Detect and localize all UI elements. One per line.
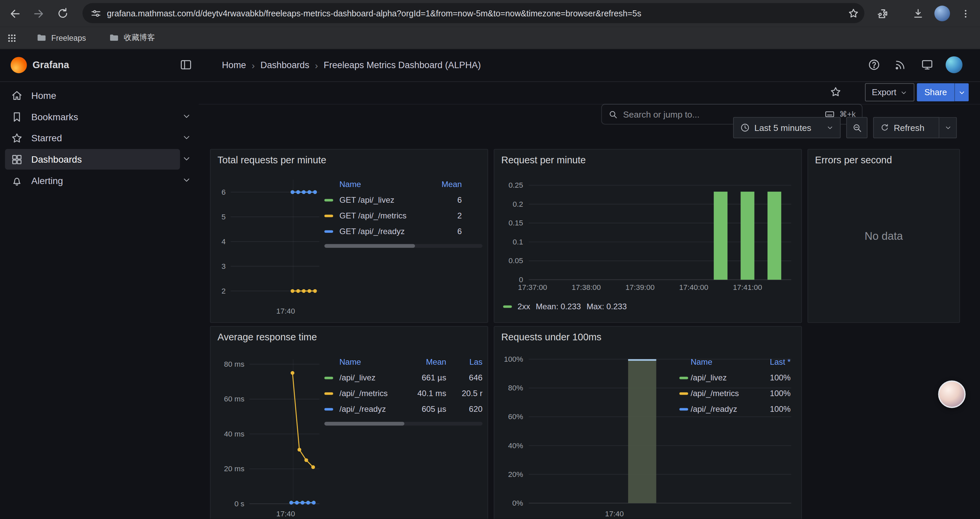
panel-title[interactable]: Request per minute bbox=[501, 155, 586, 166]
svg-text:17:40: 17:40 bbox=[276, 509, 295, 518]
series-mean: 2 bbox=[418, 211, 462, 220]
legend-col-last[interactable]: Last * bbox=[753, 357, 791, 366]
legend-total-requests: Name Mean GET /api/_livez 6 GET /api/_/m… bbox=[324, 176, 482, 248]
svg-text:17:41:00: 17:41:00 bbox=[733, 283, 762, 292]
svg-text:40%: 40% bbox=[508, 442, 523, 450]
legend-scrollbar[interactable] bbox=[324, 244, 482, 248]
series-last: 20.5 r bbox=[446, 389, 483, 398]
legend-row[interactable]: GET /api/_livez 6 bbox=[324, 192, 482, 208]
reload-button[interactable] bbox=[51, 0, 75, 27]
bookmark-page-button[interactable] bbox=[842, 7, 864, 19]
sidebar-expand-starred[interactable] bbox=[182, 133, 192, 143]
panel-average-response-time: Average response time 0 s20 ms40 ms60 ms… bbox=[210, 326, 488, 519]
browser-menu-button[interactable] bbox=[954, 0, 977, 27]
sidebar-expand-bookmarks[interactable] bbox=[182, 112, 192, 121]
legend-row[interactable]: /api/_/readyz 605 µs 620 bbox=[324, 401, 482, 417]
sidebar-item-alerting[interactable]: Alerting bbox=[5, 170, 180, 191]
svg-text:0: 0 bbox=[519, 276, 523, 284]
downloads-button[interactable] bbox=[906, 0, 930, 27]
assistant-avatar-bubble[interactable] bbox=[938, 380, 965, 408]
browser-profile-button[interactable] bbox=[930, 0, 954, 27]
legend-col-name[interactable]: Name bbox=[339, 179, 418, 189]
share-split-button: Share bbox=[917, 83, 969, 101]
favorite-dashboard-button[interactable] bbox=[829, 86, 842, 98]
share-label: Share bbox=[924, 88, 947, 97]
breadcrumb-dashboards[interactable]: Dashboards bbox=[261, 60, 310, 70]
panel-title[interactable]: Errors per second bbox=[815, 155, 892, 166]
url-bar[interactable]: grafana.mathmast.com/d/deytv4rwavabkb/fr… bbox=[83, 3, 864, 23]
scrollbar-thumb[interactable] bbox=[324, 244, 415, 248]
panel-title[interactable]: Average response time bbox=[218, 332, 317, 343]
sidebar-item-dashboards[interactable]: Dashboards bbox=[5, 149, 180, 170]
legend-row[interactable]: /api/_/metrics 100% bbox=[679, 385, 791, 401]
series-last: 100% bbox=[753, 389, 791, 398]
sidebar-nav: Home Bookmarks Starred Dashboards bbox=[0, 81, 199, 519]
svg-text:3: 3 bbox=[221, 262, 226, 270]
legend-col-mean[interactable]: Mean bbox=[418, 179, 462, 189]
back-button[interactable] bbox=[3, 0, 27, 27]
legend-row[interactable]: GET /api/_/readyz 6 bbox=[324, 224, 482, 239]
share-menu-button[interactable] bbox=[954, 83, 969, 101]
legend-row[interactable]: GET /api/_/metrics 2 bbox=[324, 208, 482, 224]
user-avatar bbox=[946, 56, 963, 73]
series-name: /api/_livez bbox=[339, 373, 405, 382]
apps-shortcut-button[interactable] bbox=[6, 27, 18, 49]
sidebar-item-starred[interactable]: Starred bbox=[5, 128, 180, 148]
chart-request-per-minute-canvas[interactable]: 00.050.10.150.20.2517:37:0017:38:0017:39… bbox=[494, 150, 803, 324]
legend-row[interactable]: /api/_/metrics 40.1 ms 20.5 r bbox=[324, 385, 482, 401]
share-button[interactable]: Share bbox=[917, 83, 954, 101]
time-range-picker[interactable]: Last 5 minutes bbox=[733, 117, 841, 138]
legend-scrollbar[interactable] bbox=[324, 422, 482, 425]
legend-col-name[interactable]: Name bbox=[690, 357, 753, 366]
scrollbar-thumb[interactable] bbox=[324, 422, 404, 425]
legend-col-name[interactable]: Name bbox=[339, 357, 405, 366]
bookmarks-bar: Freeleaps 收藏博客 bbox=[0, 27, 980, 50]
refresh-split-button: Refresh bbox=[873, 117, 957, 138]
refresh-button[interactable]: Refresh bbox=[873, 117, 940, 138]
legend-row[interactable]: /api/_livez 661 µs 646 bbox=[324, 370, 482, 385]
legend-col-mean[interactable]: Mean bbox=[405, 357, 446, 366]
forward-button[interactable] bbox=[27, 0, 51, 27]
extensions-button[interactable] bbox=[871, 0, 895, 27]
sidebar-toggle-button[interactable] bbox=[180, 58, 192, 71]
puzzle-icon bbox=[877, 7, 889, 20]
series-swatch-yellow bbox=[324, 214, 333, 217]
kiosk-mode-button[interactable] bbox=[921, 58, 934, 71]
bookmark-folder-freeleaps[interactable]: Freeleaps bbox=[32, 27, 90, 49]
svg-text:0.15: 0.15 bbox=[509, 219, 523, 227]
url-text: grafana.mathmast.com/d/deytv4rwavabkb/fr… bbox=[107, 8, 842, 18]
bookmark-folder-blogs[interactable]: 收藏博客 bbox=[105, 27, 159, 49]
sidebar-expand-alerting[interactable] bbox=[182, 175, 192, 185]
legend-row[interactable]: /api/_livez 100% bbox=[679, 370, 791, 385]
user-profile-button[interactable] bbox=[946, 56, 963, 73]
sidebar-expand-dashboards[interactable] bbox=[182, 154, 192, 164]
panel-title[interactable]: Total requests per minute bbox=[218, 155, 326, 166]
sidebar-item-home[interactable]: Home bbox=[5, 85, 180, 106]
news-button[interactable] bbox=[894, 58, 907, 71]
panel-title[interactable]: Requests under 100ms bbox=[501, 332, 601, 343]
zoom-out-time-button[interactable] bbox=[846, 117, 868, 138]
refresh-interval-button[interactable] bbox=[939, 117, 957, 138]
sidebar-item-bookmarks[interactable]: Bookmarks bbox=[5, 107, 180, 127]
chevron-down-icon bbox=[944, 124, 951, 131]
bookmark-label: Freeleaps bbox=[51, 34, 86, 42]
series-swatch-green bbox=[503, 305, 512, 307]
legend-row[interactable]: /api/_/readyz 100% bbox=[679, 401, 791, 417]
export-button[interactable]: Export bbox=[865, 83, 914, 101]
svg-text:80 ms: 80 ms bbox=[224, 360, 244, 368]
breadcrumb-current: Freeleaps Metrics Dashboard (ALPHA) bbox=[323, 60, 480, 70]
legend-col-last[interactable]: Las bbox=[446, 357, 483, 366]
kebab-menu-icon bbox=[960, 8, 971, 19]
series-mean: 6 bbox=[418, 195, 462, 205]
series-mean: 40.1 ms bbox=[405, 389, 446, 398]
no-data-message: No data bbox=[808, 150, 959, 322]
help-button[interactable] bbox=[868, 58, 881, 71]
browser-profile-avatar bbox=[934, 6, 950, 21]
legend-2xx[interactable]: 2xx Mean: 0.233 Max: 0.233 bbox=[503, 302, 627, 311]
grafana-logo[interactable] bbox=[11, 57, 27, 73]
breadcrumb-home[interactable]: Home bbox=[222, 60, 246, 70]
series-swatch-yellow bbox=[324, 392, 333, 394]
sidebar-item-label: Alerting bbox=[31, 175, 63, 186]
breadcrumb: Home › Dashboards › Freeleaps Metrics Da… bbox=[222, 57, 480, 72]
download-icon bbox=[912, 7, 924, 20]
